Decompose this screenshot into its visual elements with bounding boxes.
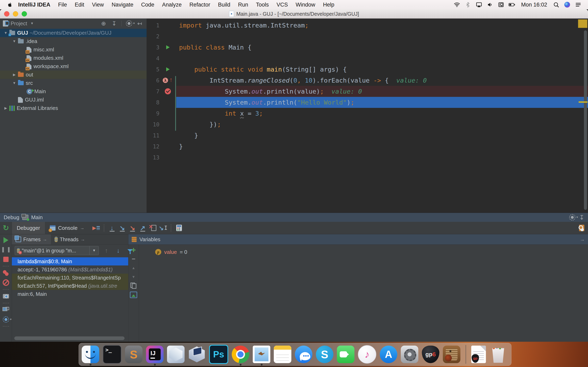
- apple-icon[interactable]: [5, 2, 14, 8]
- resume-icon[interactable]: [2, 237, 9, 244]
- tab-debugger[interactable]: Debugger: [12, 222, 45, 234]
- dock-icon-intellij[interactable]: IJ: [146, 346, 164, 363]
- dock-icon-sysprefs[interactable]: [401, 346, 418, 363]
- menu-item-navigate[interactable]: Navigate: [108, 2, 138, 8]
- menu-item-vcs[interactable]: VCS: [273, 2, 292, 8]
- menu-item-help[interactable]: Help: [319, 2, 338, 8]
- dock-icon-itunes[interactable]: ♪: [358, 345, 376, 364]
- lambda-bp-icon[interactable]: [163, 77, 173, 83]
- airplay-icon[interactable]: [475, 1, 484, 8]
- dock-icon-appstore[interactable]: A: [380, 346, 397, 363]
- zoom-window-button[interactable]: [22, 11, 27, 17]
- editor-scrollbar[interactable]: [584, 30, 587, 210]
- menu-item-file[interactable]: File: [54, 2, 71, 8]
- menu-item-run[interactable]: Run: [234, 2, 252, 8]
- dock-icon-vbox[interactable]: [188, 346, 206, 363]
- tree-toggle-icon[interactable]: ▶: [2, 106, 9, 110]
- locate-file-icon[interactable]: ⊕: [99, 20, 108, 27]
- frames-horizontal-scrollbar[interactable]: [14, 336, 125, 340]
- wifi-icon[interactable]: [452, 1, 461, 8]
- tree-toggle-icon[interactable]: ▶: [11, 73, 18, 77]
- evaluate-expression-icon[interactable]: [175, 224, 183, 232]
- drop-frame-icon[interactable]: [149, 224, 157, 232]
- dock-icon-skype[interactable]: S: [316, 346, 333, 363]
- thread-selector[interactable]: "main"@1 in group "m... ▼: [15, 246, 99, 255]
- show-preview-icon[interactable]: [130, 292, 137, 298]
- menubar-clock[interactable]: Mon 16:02: [519, 2, 550, 8]
- menu-item-analyze[interactable]: Analyze: [158, 2, 186, 8]
- remove-watch-icon[interactable]: [130, 256, 137, 262]
- dock-icon-guitarpro[interactable]: gp6: [422, 346, 439, 363]
- chevron-down-icon[interactable]: ▼: [89, 246, 99, 255]
- dock-icon-cube[interactable]: [167, 346, 185, 363]
- code-area[interactable]: import java.util.stream.IntStream;public…: [176, 18, 588, 213]
- menu-item-tools[interactable]: Tools: [252, 2, 273, 8]
- tree-item-out[interactable]: ▶out: [0, 71, 147, 79]
- dock-icon-photoshop[interactable]: Ps: [209, 345, 228, 364]
- dock-icon-garageband[interactable]: [443, 346, 460, 363]
- view-breakpoints-icon[interactable]: [2, 269, 9, 276]
- menu-item-view[interactable]: View: [88, 2, 108, 8]
- editor[interactable]: 12345678910111213 import java.util.strea…: [147, 18, 588, 213]
- tree-toggle-icon[interactable]: ▼: [11, 39, 18, 43]
- previous-frame-icon[interactable]: [102, 246, 111, 255]
- volume-icon[interactable]: [485, 1, 494, 8]
- menu-app-name[interactable]: IntelliJ IDEA: [14, 2, 54, 8]
- frame-row[interactable]: forEachRemaining:110, Streams$RangeIntSp: [12, 274, 128, 282]
- bluetooth-icon[interactable]: [463, 1, 472, 8]
- rerun-icon[interactable]: [2, 224, 10, 232]
- spotlight-icon[interactable]: [552, 1, 561, 8]
- frame-row[interactable]: accept:-1, 761960786 (Main$$Lambda$1): [12, 266, 128, 274]
- move-down-icon[interactable]: [130, 274, 137, 280]
- keyboard-icon[interactable]: [497, 1, 506, 8]
- move-up-icon[interactable]: [130, 265, 137, 271]
- frame-row[interactable]: lambda$main$0:8, Main: [12, 257, 128, 266]
- menu-item-window[interactable]: Window: [292, 2, 319, 8]
- tab-threads[interactable]: Threads→: [51, 234, 89, 244]
- dock-icon-finder[interactable]: [82, 346, 99, 363]
- collapse-all-icon[interactable]: ↧: [110, 20, 118, 27]
- step-out-icon[interactable]: [138, 224, 147, 232]
- dock-icon-chrome[interactable]: [232, 346, 249, 363]
- gear-icon[interactable]: [125, 20, 133, 27]
- tree-item-modules-xml[interactable]: modules.xml: [0, 54, 147, 62]
- notification-icon[interactable]: [574, 1, 583, 8]
- menu-item-code[interactable]: Code: [137, 2, 158, 8]
- restore-layout-icon[interactable]: [2, 307, 9, 313]
- stop-icon[interactable]: [2, 256, 9, 263]
- hide-panel-icon[interactable]: ↤: [136, 20, 144, 27]
- menu-item-build[interactable]: Build: [214, 2, 234, 8]
- siri-icon[interactable]: [563, 1, 572, 8]
- tree-toggle-icon[interactable]: ▼: [11, 81, 18, 85]
- run-to-cursor-icon[interactable]: [159, 224, 167, 232]
- editor-gutter[interactable]: 12345678910111213: [147, 18, 176, 213]
- hide-debug-panel-icon[interactable]: ↧: [579, 214, 584, 221]
- tree-item-misc-xml[interactable]: misc.xml: [0, 45, 147, 54]
- next-frame-icon[interactable]: [114, 246, 122, 255]
- tree-item--idea[interactable]: ▼.idea: [0, 37, 147, 45]
- analyze-stacktrace-icon[interactable]: [577, 224, 586, 232]
- tree-item-main[interactable]: Main: [0, 87, 147, 96]
- dock-icon-mail[interactable]: [253, 346, 270, 363]
- duplicate-icon[interactable]: [130, 283, 137, 289]
- minimize-window-button[interactable]: [13, 11, 18, 17]
- menu-item-refactor[interactable]: Refactor: [186, 2, 214, 8]
- force-step-into-icon[interactable]: [128, 224, 137, 232]
- run-icon[interactable]: [166, 45, 170, 49]
- frame-row[interactable]: forEach:557, IntPipeline$Head (java.util…: [12, 282, 128, 290]
- tree-item-guj-iml[interactable]: GUJ.iml: [0, 96, 147, 104]
- debug-settings-gear-icon[interactable]: [569, 214, 576, 221]
- bp-verified-icon[interactable]: [165, 88, 171, 94]
- dock-icon-sublime[interactable]: S: [125, 346, 143, 363]
- dock-icon-notes[interactable]: [274, 346, 291, 363]
- menu-item-edit[interactable]: Edit: [71, 2, 88, 8]
- project-panel-title[interactable]: Project: [11, 20, 27, 27]
- step-over-icon[interactable]: [108, 224, 116, 232]
- warning-stripe-mark[interactable]: [579, 101, 588, 103]
- variable-row[interactable]: pvalue = 0: [139, 248, 588, 257]
- chevron-down-icon[interactable]: ▼: [30, 22, 34, 25]
- tree-toggle-icon[interactable]: ▼: [2, 31, 9, 35]
- frame-row[interactable]: main:6, Main: [12, 290, 128, 298]
- thread-dump-icon[interactable]: [2, 293, 9, 300]
- run-icon[interactable]: [166, 67, 170, 71]
